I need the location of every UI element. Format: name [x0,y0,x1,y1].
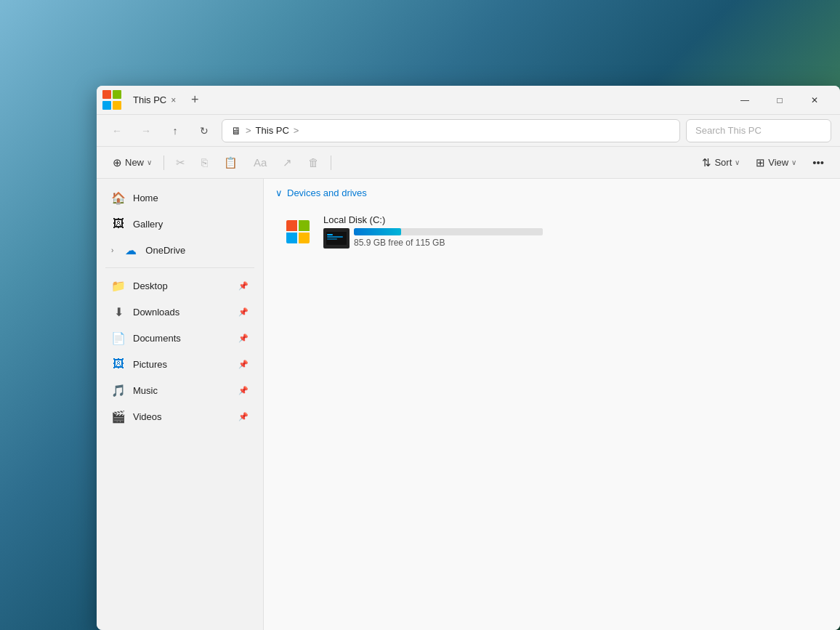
sidebar-pictures-label: Pictures [133,359,167,370]
address-bar: ← → ↑ ↻ 🖥 > This PC > Search This PC [97,115,840,147]
videos-icon: 🎬 [111,410,126,424]
delete-button[interactable]: 🗑 [301,151,326,174]
sidebar-gallery-label: Gallery [133,219,163,230]
address-path[interactable]: 🖥 > This PC > [222,119,680,142]
cut-button[interactable]: ✂ [169,151,193,174]
copy-icon: ⎘ [201,156,208,169]
toolbar-separator-2 [331,156,331,170]
toolbar-separator-1 [163,156,164,170]
drive-c-space: 85.9 GB free of 115 GB [354,238,445,248]
content-area: 🏠 Home 🖼 Gallery › ☁ OneDrive 📁 Desktop … [97,179,840,630]
pictures-icon: 🖼 [111,358,126,371]
videos-pin-icon: 📌 [238,412,249,421]
sidebar-item-downloads[interactable]: ⬇ Downloads 📌 [100,299,260,325]
section-label: Devices and drives [287,187,367,198]
share-icon: ↗ [283,156,292,169]
sidebar-music-label: Music [133,385,158,396]
sidebar-videos-label: Videos [133,411,162,422]
onedrive-expand-icon: › [111,246,113,254]
sidebar-desktop-label: Desktop [133,280,168,291]
sidebar-item-onedrive[interactable]: › ☁ OneDrive [100,237,260,263]
drive-c-bar [354,228,543,235]
paste-button[interactable]: 📋 [217,151,245,174]
documents-pin-icon: 📌 [238,334,249,343]
share-button[interactable]: ↗ [275,151,299,174]
devices-drives-section: ∨ Devices and drives [275,187,828,198]
tab-label: This PC [133,94,166,105]
sidebar-onedrive-label: OneDrive [145,245,185,256]
new-chevron: ∨ [147,158,152,166]
sidebar-item-gallery[interactable]: 🖼 Gallery [100,211,260,237]
paste-icon: 📋 [224,156,238,169]
sidebar-documents-label: Documents [133,333,181,344]
drive-c-bar-fill [354,228,401,235]
view-icon: ⊞ [756,156,765,169]
sidebar-item-desktop[interactable]: 📁 Desktop 📌 [100,272,260,299]
explorer-window: This PC × + — □ ✕ ← → ↑ ↻ 🖥 > This PC > … [97,86,840,630]
new-label: New [125,157,144,168]
refresh-button[interactable]: ↻ [193,119,216,142]
copy-button[interactable]: ⎘ [194,151,215,174]
rename-button[interactable]: Aa [246,151,274,174]
downloads-icon: ⬇ [111,305,126,319]
sidebar-item-videos[interactable]: 🎬 Videos 📌 [100,403,260,429]
downloads-pin-icon: 📌 [238,307,249,317]
toolbar: ⊕ New ∨ ✂ ⎘ 📋 Aa ↗ 🗑 ⇅ Sort ∨ [97,147,840,179]
section-chevron[interactable]: ∨ [275,187,283,198]
tab-close-button[interactable]: × [171,95,176,105]
sidebar-home-label: Home [133,193,158,203]
sidebar-item-documents[interactable]: 📄 Documents 📌 [100,325,260,351]
pictures-pin-icon: 📌 [238,360,249,369]
forward-button[interactable]: → [134,119,158,142]
main-panel: ∨ Devices and drives Local Disk (C:) [264,179,840,630]
maximize-button[interactable]: □ [763,89,796,112]
cut-icon: ✂ [176,156,185,169]
sidebar-downloads-label: Downloads [133,307,179,318]
view-chevron: ∨ [791,158,796,166]
view-label: View [768,157,788,168]
sidebar-item-home[interactable]: 🏠 Home [100,185,260,211]
new-button[interactable]: ⊕ New ∨ [105,151,159,174]
sort-icon: ⇅ [702,156,711,169]
computer-icon: 🖥 [231,125,241,137]
onedrive-icon: ☁ [124,243,138,257]
more-button[interactable]: ••• [805,151,831,174]
sort-chevron: ∨ [735,158,740,166]
window-icon [105,94,118,107]
more-icon: ••• [812,156,824,169]
desktop-icon: 📁 [111,279,126,293]
drive-c-icon [283,217,313,247]
new-icon: ⊕ [113,156,122,169]
back-button[interactable]: ← [105,119,129,142]
window-controls: — □ ✕ [728,89,831,112]
search-placeholder: Search This PC [695,125,762,136]
music-pin-icon: 📌 [238,386,249,395]
view-button[interactable]: ⊞ View ∨ [748,151,804,174]
sidebar: 🏠 Home 🖼 Gallery › ☁ OneDrive 📁 Desktop … [97,179,264,630]
active-tab[interactable]: This PC × [124,89,185,112]
path-chevron-2: > [294,125,299,136]
gallery-icon: 🖼 [111,217,126,230]
desktop-pin-icon: 📌 [238,281,249,291]
up-button[interactable]: ↑ [163,119,187,142]
delete-icon: 🗑 [308,156,319,169]
close-button[interactable]: ✕ [798,89,831,112]
documents-icon: 📄 [111,331,126,345]
path-chevron-1: > [246,125,251,136]
search-box[interactable]: Search This PC [686,119,831,142]
drive-c-info: Local Disk (C:) [323,214,543,249]
new-tab-button[interactable]: + [185,90,205,110]
title-bar: This PC × + — □ ✕ [97,86,840,115]
drive-c-name: Local Disk (C:) [323,214,543,225]
home-icon: 🏠 [111,191,126,205]
path-label: This PC [256,125,289,136]
drive-item-c[interactable]: Local Disk (C:) [275,209,828,254]
sort-button[interactable]: ⇅ Sort ∨ [695,151,747,174]
sidebar-item-music[interactable]: 🎵 Music 📌 [100,377,260,403]
sort-label: Sort [714,157,732,168]
music-icon: 🎵 [111,384,126,397]
rename-icon: Aa [254,156,267,169]
minimize-button[interactable]: — [728,89,762,112]
sidebar-separator [105,267,254,268]
sidebar-item-pictures[interactable]: 🖼 Pictures 📌 [100,351,260,377]
